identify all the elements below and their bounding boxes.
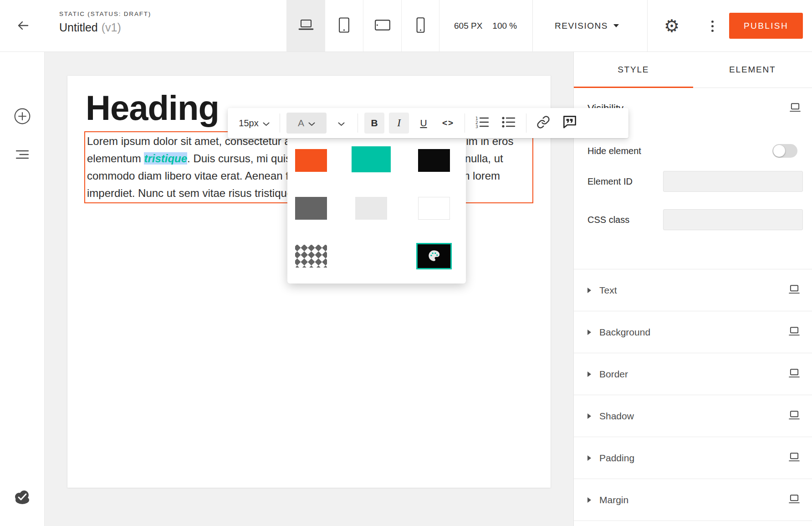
toolbar-divider [526,113,526,133]
css-class-input[interactable] [663,209,803,230]
element-id-label: Element ID [587,176,633,187]
highlight-color-dropdown[interactable] [331,113,351,134]
quote-bubble-icon [562,115,577,132]
add-element-button[interactable] [11,107,34,127]
panel-tabs: STYLE ELEMENT [574,52,812,88]
chevron-right-icon [587,371,591,377]
font-size-dropdown[interactable]: 15px [235,113,273,134]
css-class-row: CSS class [587,209,803,230]
accordion-label: Text [599,285,780,296]
page-builder-app: STATIC (STATUS: DRAFT) Untitled(v1) [0,0,812,526]
element-id-input[interactable] [663,171,803,192]
italic-button[interactable]: I [389,113,409,134]
color-swatch-light-gray[interactable] [355,197,387,220]
laptop-icon [297,18,315,33]
css-class-label: CSS class [587,215,629,225]
cloud-saved-indicator [13,489,32,506]
checker-pattern [295,245,327,268]
ordered-list-button[interactable]: 123 [471,113,493,134]
display-device-icon[interactable] [788,368,800,380]
arrow-left-icon [16,20,30,32]
accordion-label: Background [599,327,780,338]
color-swatch-dark-gray[interactable] [295,197,327,220]
accordion-label: Padding [599,453,780,464]
tablet-landscape-icon [374,19,391,33]
tablet-portrait-icon [338,17,350,35]
display-device-icon[interactable] [788,452,800,464]
kebab-menu-icon [711,21,714,32]
topbar-divider [647,0,648,52]
palette-icon [428,249,440,263]
color-swatch-transparent[interactable] [295,245,327,268]
accordion-border[interactable]: Border [574,353,812,395]
color-palette-popover [287,132,466,284]
zoom-level-value: 100 % [492,21,517,31]
color-swatch-orange[interactable] [295,149,327,172]
text-color-dropdown[interactable]: A [286,113,327,134]
accordion-margin[interactable]: Margin [574,479,812,521]
link-icon [536,115,550,131]
plus-circle-icon [14,119,31,126]
accordion-text[interactable]: Text [574,269,812,311]
color-swatch-white[interactable] [418,197,450,220]
color-swatch-black[interactable] [418,149,450,172]
display-device-icon[interactable] [788,494,800,505]
revisions-label: REVISIONS [555,21,608,31]
left-toolbar [0,52,45,526]
publish-button[interactable]: PUBLISH [729,13,803,39]
code-button[interactable]: <> [438,113,458,134]
device-tablet-landscape-button[interactable] [363,0,401,52]
chevron-down-icon [263,118,270,129]
color-swatch-teal[interactable] [352,146,391,172]
font-size-value: 15px [239,118,258,129]
tab-element[interactable]: ELEMENT [693,52,812,88]
toolbar-divider [357,113,358,133]
chevron-down-icon [338,118,345,129]
element-id-row: Element ID [587,171,803,192]
hide-element-toggle[interactable] [772,144,797,158]
quote-button[interactable] [558,113,581,134]
style-accordions: Text Background Border Shadow Padding [574,269,812,521]
underline-button[interactable]: U [414,113,434,134]
display-device-icon[interactable] [788,326,800,338]
device-desktop-button[interactable] [286,0,325,52]
display-device-icon[interactable] [789,103,801,114]
tab-style[interactable]: STYLE [574,52,693,88]
hide-element-label: Hide element [587,146,641,156]
ordered-list-icon: 123 [475,116,490,131]
chevron-right-icon [587,455,591,461]
toolbar-divider [465,113,465,133]
layers-list-icon [15,155,30,162]
display-device-icon[interactable] [788,410,800,422]
accordion-shadow[interactable]: Shadow [574,395,812,437]
settings-button[interactable] [659,13,685,39]
chevron-right-icon [587,413,591,419]
bullet-list-button[interactable] [498,113,520,134]
page-structure-button[interactable] [12,148,32,162]
revisions-dropdown[interactable]: REVISIONS [552,0,622,52]
document-version: (v1) [102,21,121,34]
topbar-divider [532,0,533,52]
gear-icon [664,26,679,33]
accordion-background[interactable]: Background [574,311,812,353]
device-phone-button[interactable] [401,0,439,52]
device-tablet-button[interactable] [325,0,363,52]
toggle-knob [773,145,785,157]
device-preview-switcher [286,0,439,52]
display-device-icon[interactable] [788,284,800,296]
chevron-right-icon [587,288,591,293]
text-format-toolbar: 15px A B I U <> 123 [228,108,628,138]
accordion-label: Border [599,369,780,380]
accordion-padding[interactable]: Padding [574,437,812,479]
document-status: STATIC (STATUS: DRAFT) [59,10,151,17]
bold-button[interactable]: B [364,113,384,134]
more-options-button[interactable] [702,13,722,39]
link-button[interactable] [533,113,554,134]
accordion-label: Margin [599,495,780,505]
document-title: Untitled [59,21,98,34]
heading-element[interactable]: Heading [86,88,219,129]
caret-down-icon [613,24,619,27]
svg-text:3: 3 [475,124,478,129]
custom-color-picker-swatch[interactable] [416,243,452,269]
back-button[interactable] [12,15,34,37]
